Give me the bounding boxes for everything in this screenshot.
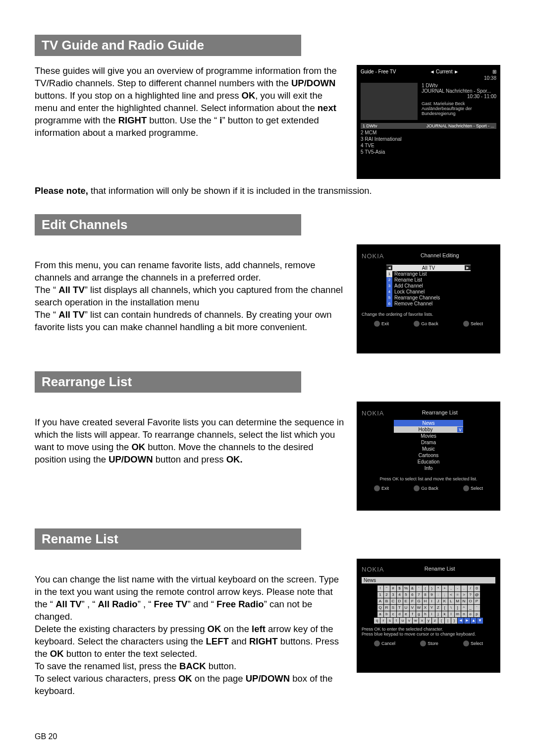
btn-label: Go Back bbox=[421, 321, 438, 326]
kb-key: - bbox=[455, 585, 461, 591]
screenshot-rearrange-list: NOKIA Rearrange List News Hobbyv Movies … bbox=[357, 402, 500, 511]
btn-label: Select bbox=[471, 641, 483, 646]
brand-logo: NOKIA bbox=[362, 566, 384, 573]
list-item: Movies bbox=[394, 433, 463, 439]
menu-top-label: All TV bbox=[422, 265, 435, 271]
btn-label: Exit bbox=[381, 321, 389, 326]
back-icon bbox=[420, 640, 426, 646]
t: To save the renamed list, press the bbox=[35, 661, 179, 671]
kb-key: ) bbox=[429, 585, 435, 591]
kb-key: C bbox=[390, 598, 396, 604]
kb-key: p bbox=[474, 611, 480, 617]
hint-text: Change the ordering of favorite lists. bbox=[362, 312, 495, 317]
kb-key: H bbox=[423, 598, 428, 604]
hint-text: Press blue keypad to move cursor or to c… bbox=[362, 632, 495, 637]
menu-item: Add Channel bbox=[394, 283, 423, 289]
kw-ok: OK bbox=[50, 648, 64, 659]
exit-icon bbox=[374, 640, 380, 646]
btn-label: Go Back bbox=[421, 486, 438, 491]
screenshot-tv-guide: Guide - Free TV ◄ Current ► ⊞ 10:38 1 DW… bbox=[357, 65, 500, 179]
kw-freetv: Free TV bbox=[154, 599, 188, 609]
kb-key: \ bbox=[448, 605, 454, 611]
t: The “ bbox=[35, 285, 58, 295]
banner-left: 1 DWtv bbox=[363, 123, 377, 128]
kb-key: + bbox=[442, 585, 448, 591]
t: The “ bbox=[35, 309, 58, 320]
text-rename-list: You can change the list name with the vi… bbox=[35, 559, 357, 698]
t: ” , “ bbox=[138, 599, 154, 609]
kb-key: F bbox=[410, 598, 416, 604]
kw-left: left bbox=[252, 624, 266, 634]
screenshot-rename-list: NOKIA Rename List News !"#$%&'()*+,-./01… bbox=[357, 559, 500, 673]
kb-key: < bbox=[448, 592, 454, 598]
kb-key: i bbox=[429, 611, 435, 617]
kb-key: ( bbox=[423, 585, 428, 591]
kb-key: # bbox=[390, 585, 396, 591]
shot-title: Channel Editing bbox=[421, 252, 459, 260]
kb-key: . bbox=[461, 585, 467, 591]
back-icon bbox=[414, 485, 420, 491]
kw-next: next bbox=[318, 103, 336, 113]
kb-key: 5 bbox=[403, 592, 409, 598]
kb-key: ▲ bbox=[471, 618, 477, 624]
kb-key: v bbox=[406, 618, 412, 624]
current-channel: 1 DWtv bbox=[422, 83, 496, 88]
kb-key: R bbox=[384, 605, 390, 611]
p: From this menu, you can rename favorite … bbox=[35, 259, 347, 284]
kw-updown: UP/DOWN bbox=[246, 673, 290, 684]
virtual-keyboard: !"#$%&'()*+,-./0123456789:;<=>?@ABCDEFGH… bbox=[362, 585, 495, 624]
kb-key: K bbox=[442, 598, 448, 604]
kw-alltv: All TV bbox=[58, 285, 84, 295]
kb-key: z bbox=[432, 618, 438, 624]
kb-key: d bbox=[397, 611, 403, 617]
kb-key: M bbox=[455, 598, 461, 604]
shot-nav: ◄ Current ► bbox=[429, 69, 459, 74]
kb-row: abcdefghijklmnop bbox=[362, 611, 495, 617]
t: on the bbox=[221, 624, 252, 634]
heading-rearrange-list: Rearrange List bbox=[35, 371, 301, 393]
kb-key: X bbox=[423, 605, 428, 611]
kw-please-note: Please note, bbox=[35, 185, 88, 196]
kw-RIGHT: RIGHT bbox=[249, 636, 278, 646]
ch-item: 4 TVE bbox=[361, 143, 496, 148]
kb-key: b bbox=[384, 611, 390, 617]
text-tv-guide: These guides will give you an overview o… bbox=[35, 65, 357, 139]
menu-item: Rearrange List bbox=[394, 271, 427, 277]
kb-key: t bbox=[393, 618, 399, 624]
shot-time: 10:38 bbox=[361, 75, 496, 81]
kb-key: Z bbox=[435, 605, 441, 611]
back-icon bbox=[414, 321, 420, 327]
video-thumb bbox=[361, 83, 418, 120]
kb-row: qrstuvwxyz{|}◄►▲▼ bbox=[362, 618, 495, 624]
text-rearrange-list: If you have created several Favorite lis… bbox=[35, 402, 357, 466]
kb-key: m bbox=[455, 611, 461, 617]
kb-key: W bbox=[416, 605, 422, 611]
t: button. Use the “ bbox=[147, 115, 219, 125]
t: button to enter the text selected. bbox=[64, 648, 197, 659]
row-rearrange-list: If you have created several Favorite lis… bbox=[35, 402, 500, 511]
kb-key: { bbox=[438, 618, 444, 624]
kb-key: : bbox=[435, 592, 441, 598]
kb-key: ] bbox=[455, 605, 461, 611]
heading-edit-channels: Edit Channels bbox=[35, 214, 301, 235]
t: To select various characters, press bbox=[35, 673, 178, 684]
kb-key: 0 bbox=[474, 585, 480, 591]
kb-row: QRSTUVWXYZ[\]^_` bbox=[362, 605, 495, 611]
kw-alltv: All TV bbox=[55, 599, 81, 609]
list-item: Education bbox=[394, 459, 463, 465]
prog-name: JOURNAL Nachrichten - Spor... bbox=[422, 88, 496, 94]
heading-rename-list: Rename List bbox=[35, 528, 301, 550]
row-tv-guide: These guides will give you an overview o… bbox=[35, 65, 500, 179]
btn-label: Cancel bbox=[381, 641, 395, 646]
kb-key: P bbox=[474, 598, 480, 604]
kb-key: J bbox=[435, 598, 441, 604]
kb-key: s bbox=[387, 618, 393, 624]
ok-icon bbox=[463, 485, 469, 491]
t: buttons. If you stop on a highlighted li… bbox=[35, 90, 242, 101]
btn-label: Exit bbox=[381, 486, 389, 491]
kw-ok: OK bbox=[208, 624, 221, 634]
kb-key: T bbox=[397, 605, 403, 611]
ok-icon bbox=[463, 640, 469, 646]
kb-key: w bbox=[413, 618, 419, 624]
kb-key: q bbox=[374, 618, 380, 624]
